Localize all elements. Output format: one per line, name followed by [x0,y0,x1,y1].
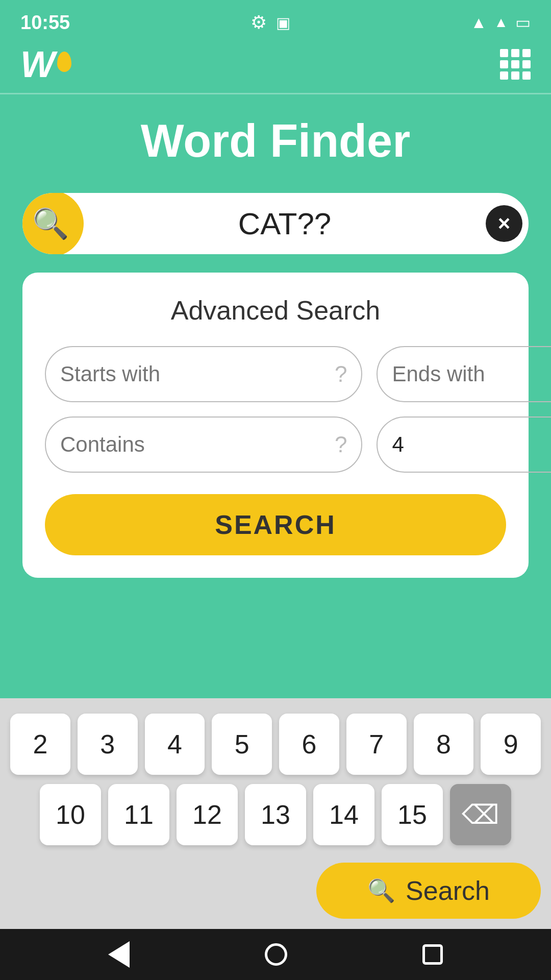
main-search-bar: 🔍 × [22,193,529,254]
app-logo: W [20,46,71,83]
advanced-search-panel: Advanced Search ? ? ? × SEARC [22,273,529,578]
home-icon [265,943,287,966]
word-length-input[interactable] [392,432,551,457]
key-5[interactable]: 5 [212,714,272,775]
main-search-input[interactable] [84,206,486,241]
page-title: Word Finder [22,115,529,167]
main-clear-icon: × [498,213,511,234]
ends-with-input[interactable] [392,362,551,386]
key-2[interactable]: 2 [10,714,70,775]
logo-w-text: W [20,46,55,83]
gear-icon: ⚙ [251,12,267,33]
status-icons-left: ⚙ ▣ [251,12,290,33]
bottom-search-bar: 🔍 Search [0,854,551,929]
ends-with-wrap: ? [377,346,551,402]
search-circle-button[interactable]: 🔍 [22,193,84,254]
contains-input[interactable] [60,432,330,457]
key-8[interactable]: 8 [414,714,474,775]
key-3[interactable]: 3 [78,714,138,775]
keyboard-area: 2 3 4 5 6 7 8 9 10 11 12 13 14 15 ⌫ [0,698,551,854]
key-4[interactable]: 4 [145,714,205,775]
nav-bar [0,929,551,980]
starts-with-help-icon[interactable]: ? [335,361,347,387]
status-icons-right: ▲ ▲ ▭ [471,13,531,32]
wifi-icon: ▲ [471,13,487,32]
keyboard-row-1: 2 3 4 5 6 7 8 9 [10,714,541,775]
main-clear-button[interactable]: × [486,205,522,242]
back-icon [108,941,130,968]
keyboard-row-2: 10 11 12 13 14 15 ⌫ [10,784,541,845]
contains-wrap: ? [45,416,362,473]
status-bar: 10:55 ⚙ ▣ ▲ ▲ ▭ [0,0,551,41]
status-time: 10:55 [20,12,70,34]
nav-back-button[interactable] [108,941,130,968]
key-15[interactable]: 15 [382,784,443,845]
word-length-wrap: × [377,416,551,473]
grid-menu-icon[interactable] [500,49,531,80]
nav-home-button[interactable] [265,943,287,966]
advanced-search-button[interactable]: SEARCH [45,494,506,555]
nav-recent-button[interactable] [422,944,443,965]
advanced-search-title: Advanced Search [45,295,506,326]
key-12[interactable]: 12 [177,784,238,845]
recent-icon [422,944,443,965]
key-14[interactable]: 14 [313,784,374,845]
main-content: Word Finder 🔍 × Advanced Search ? ? ? [0,94,551,698]
filter-row-1: ? ? [45,346,506,402]
app-bar: W [0,41,551,94]
bottom-search-button[interactable]: 🔍 Search [316,863,541,919]
key-9[interactable]: 9 [481,714,541,775]
key-6[interactable]: 6 [279,714,339,775]
signal-icon: ▲ [494,14,508,31]
keyboard-backspace-button[interactable]: ⌫ [450,784,511,845]
key-7[interactable]: 7 [346,714,407,775]
bottom-search-icon: 🔍 [367,877,395,904]
filter-row-2: ? × [45,416,506,473]
logo-dot [57,52,71,72]
bottom-search-label: Search [406,875,490,906]
starts-with-input[interactable] [60,362,330,386]
search-magnifier-icon: 🔍 [32,206,69,241]
sd-icon: ▣ [276,14,290,32]
key-11[interactable]: 11 [108,784,169,845]
starts-with-wrap: ? [45,346,362,402]
battery-icon: ▭ [515,13,531,32]
contains-help-icon[interactable]: ? [335,432,347,457]
key-13[interactable]: 13 [245,784,306,845]
key-10[interactable]: 10 [40,784,101,845]
